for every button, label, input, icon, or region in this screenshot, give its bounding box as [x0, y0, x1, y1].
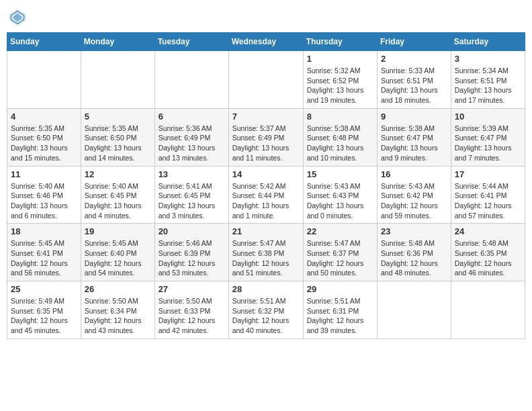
calendar-cell: 4Sunrise: 5:35 AMSunset: 6:50 PMDaylight…	[7, 108, 81, 166]
calendar-cell: 20Sunrise: 5:46 AMSunset: 6:39 PMDayligh…	[154, 224, 228, 281]
calendar-week-row: 18Sunrise: 5:45 AMSunset: 6:41 PMDayligh…	[7, 224, 525, 281]
day-number: 15	[307, 169, 373, 179]
day-detail: Sunrise: 5:50 AMSunset: 6:33 PMDaylight:…	[159, 296, 225, 336]
day-number: 21	[232, 226, 300, 236]
calendar-cell: 17Sunrise: 5:44 AMSunset: 6:41 PMDayligh…	[451, 166, 525, 224]
calendar-week-row: 1Sunrise: 5:32 AMSunset: 6:52 PMDaylight…	[7, 51, 525, 109]
day-detail: Sunrise: 5:50 AMSunset: 6:34 PMDaylight:…	[85, 296, 151, 336]
calendar-cell: 21Sunrise: 5:47 AMSunset: 6:38 PMDayligh…	[228, 224, 303, 281]
logo	[7, 7, 31, 28]
calendar-cell	[451, 281, 525, 339]
calendar-cell: 3Sunrise: 5:34 AMSunset: 6:51 PMDaylight…	[451, 51, 525, 109]
day-number: 10	[455, 111, 521, 122]
day-detail: Sunrise: 5:49 AMSunset: 6:35 PMDaylight:…	[11, 296, 77, 336]
day-detail: Sunrise: 5:32 AMSunset: 6:52 PMDaylight:…	[307, 66, 373, 105]
calendar-cell: 24Sunrise: 5:48 AMSunset: 6:35 PMDayligh…	[451, 224, 525, 281]
day-number: 27	[159, 284, 225, 294]
day-detail: Sunrise: 5:51 AMSunset: 6:32 PMDaylight:…	[232, 296, 300, 336]
day-detail: Sunrise: 5:47 AMSunset: 6:37 PMDaylight:…	[307, 238, 373, 278]
calendar-cell: 9Sunrise: 5:38 AMSunset: 6:47 PMDaylight…	[378, 108, 451, 166]
calendar-cell: 6Sunrise: 5:36 AMSunset: 6:49 PMDaylight…	[154, 108, 228, 166]
day-detail: Sunrise: 5:42 AMSunset: 6:44 PMDaylight:…	[232, 181, 300, 221]
calendar-cell: 14Sunrise: 5:42 AMSunset: 6:44 PMDayligh…	[228, 166, 303, 224]
day-detail: Sunrise: 5:36 AMSunset: 6:49 PMDaylight:…	[159, 124, 225, 163]
day-number: 13	[159, 169, 225, 179]
day-number: 9	[381, 111, 447, 122]
calendar-cell: 1Sunrise: 5:32 AMSunset: 6:52 PMDaylight…	[303, 51, 377, 109]
day-number: 25	[11, 284, 77, 294]
calendar-week-row: 11Sunrise: 5:40 AMSunset: 6:46 PMDayligh…	[7, 166, 525, 224]
day-detail: Sunrise: 5:35 AMSunset: 6:50 PMDaylight:…	[11, 124, 77, 163]
day-number: 16	[381, 169, 447, 179]
calendar-cell: 13Sunrise: 5:41 AMSunset: 6:45 PMDayligh…	[154, 166, 228, 224]
day-detail: Sunrise: 5:40 AMSunset: 6:46 PMDaylight:…	[11, 181, 77, 221]
calendar-cell	[228, 51, 303, 109]
calendar-header-wednesday: Wednesday	[228, 33, 303, 51]
calendar-cell: 27Sunrise: 5:50 AMSunset: 6:33 PMDayligh…	[154, 281, 228, 339]
day-detail: Sunrise: 5:46 AMSunset: 6:39 PMDaylight:…	[159, 238, 225, 278]
calendar-cell: 25Sunrise: 5:49 AMSunset: 6:35 PMDayligh…	[7, 281, 81, 339]
day-detail: Sunrise: 5:38 AMSunset: 6:48 PMDaylight:…	[307, 124, 373, 163]
day-detail: Sunrise: 5:35 AMSunset: 6:50 PMDaylight:…	[85, 124, 151, 163]
page-header	[7, 7, 525, 28]
calendar-cell: 10Sunrise: 5:39 AMSunset: 6:47 PMDayligh…	[451, 108, 525, 166]
calendar-cell: 22Sunrise: 5:47 AMSunset: 6:37 PMDayligh…	[303, 224, 377, 281]
day-number: 14	[232, 169, 300, 179]
calendar-cell	[378, 281, 451, 339]
calendar-cell: 7Sunrise: 5:37 AMSunset: 6:49 PMDaylight…	[228, 108, 303, 166]
calendar-cell: 8Sunrise: 5:38 AMSunset: 6:48 PMDaylight…	[303, 108, 377, 166]
day-number: 7	[232, 111, 300, 122]
day-number: 2	[381, 54, 447, 64]
day-number: 26	[85, 284, 151, 294]
calendar-cell	[7, 51, 81, 109]
calendar-cell: 5Sunrise: 5:35 AMSunset: 6:50 PMDaylight…	[81, 108, 154, 166]
calendar-cell: 26Sunrise: 5:50 AMSunset: 6:34 PMDayligh…	[81, 281, 154, 339]
logo-icon	[7, 7, 28, 28]
calendar-cell	[154, 51, 228, 109]
calendar-week-row: 25Sunrise: 5:49 AMSunset: 6:35 PMDayligh…	[7, 281, 525, 339]
day-number: 19	[85, 226, 151, 236]
calendar-cell: 11Sunrise: 5:40 AMSunset: 6:46 PMDayligh…	[7, 166, 81, 224]
day-detail: Sunrise: 5:43 AMSunset: 6:42 PMDaylight:…	[381, 181, 447, 221]
calendar-cell: 15Sunrise: 5:43 AMSunset: 6:43 PMDayligh…	[303, 166, 377, 224]
calendar-header-monday: Monday	[81, 33, 154, 51]
calendar-cell: 16Sunrise: 5:43 AMSunset: 6:42 PMDayligh…	[378, 166, 451, 224]
day-number: 6	[159, 111, 225, 122]
calendar-header-thursday: Thursday	[303, 33, 377, 51]
calendar-cell	[81, 51, 154, 109]
calendar-cell: 29Sunrise: 5:51 AMSunset: 6:31 PMDayligh…	[303, 281, 377, 339]
day-detail: Sunrise: 5:48 AMSunset: 6:36 PMDaylight:…	[381, 238, 447, 278]
day-detail: Sunrise: 5:43 AMSunset: 6:43 PMDaylight:…	[307, 181, 373, 221]
calendar-table: SundayMondayTuesdayWednesdayThursdayFrid…	[7, 32, 525, 339]
day-detail: Sunrise: 5:39 AMSunset: 6:47 PMDaylight:…	[455, 124, 521, 163]
day-number: 17	[455, 169, 521, 179]
day-detail: Sunrise: 5:38 AMSunset: 6:47 PMDaylight:…	[381, 124, 447, 163]
day-detail: Sunrise: 5:34 AMSunset: 6:51 PMDaylight:…	[455, 66, 521, 105]
calendar-cell: 19Sunrise: 5:45 AMSunset: 6:40 PMDayligh…	[81, 224, 154, 281]
calendar-header-sunday: Sunday	[7, 33, 81, 51]
calendar-header-row: SundayMondayTuesdayWednesdayThursdayFrid…	[7, 33, 525, 51]
day-number: 28	[232, 284, 300, 294]
day-number: 3	[455, 54, 521, 64]
calendar-header-friday: Friday	[378, 33, 451, 51]
day-detail: Sunrise: 5:48 AMSunset: 6:35 PMDaylight:…	[455, 238, 521, 278]
day-number: 24	[455, 226, 521, 236]
calendar-header-saturday: Saturday	[451, 33, 525, 51]
day-number: 8	[307, 111, 373, 122]
day-detail: Sunrise: 5:41 AMSunset: 6:45 PMDaylight:…	[159, 181, 225, 221]
calendar-header-tuesday: Tuesday	[154, 33, 228, 51]
calendar-cell: 12Sunrise: 5:40 AMSunset: 6:45 PMDayligh…	[81, 166, 154, 224]
day-detail: Sunrise: 5:47 AMSunset: 6:38 PMDaylight:…	[232, 238, 300, 278]
day-detail: Sunrise: 5:33 AMSunset: 6:51 PMDaylight:…	[381, 66, 447, 105]
day-detail: Sunrise: 5:51 AMSunset: 6:31 PMDaylight:…	[307, 296, 373, 336]
day-detail: Sunrise: 5:37 AMSunset: 6:49 PMDaylight:…	[232, 124, 300, 163]
day-detail: Sunrise: 5:44 AMSunset: 6:41 PMDaylight:…	[455, 181, 521, 221]
calendar-cell: 2Sunrise: 5:33 AMSunset: 6:51 PMDaylight…	[378, 51, 451, 109]
day-number: 11	[11, 169, 77, 179]
day-number: 5	[85, 111, 151, 122]
day-number: 29	[307, 284, 373, 294]
day-number: 22	[307, 226, 373, 236]
calendar-week-row: 4Sunrise: 5:35 AMSunset: 6:50 PMDaylight…	[7, 108, 525, 166]
day-number: 4	[11, 111, 77, 122]
calendar-cell: 28Sunrise: 5:51 AMSunset: 6:32 PMDayligh…	[228, 281, 303, 339]
